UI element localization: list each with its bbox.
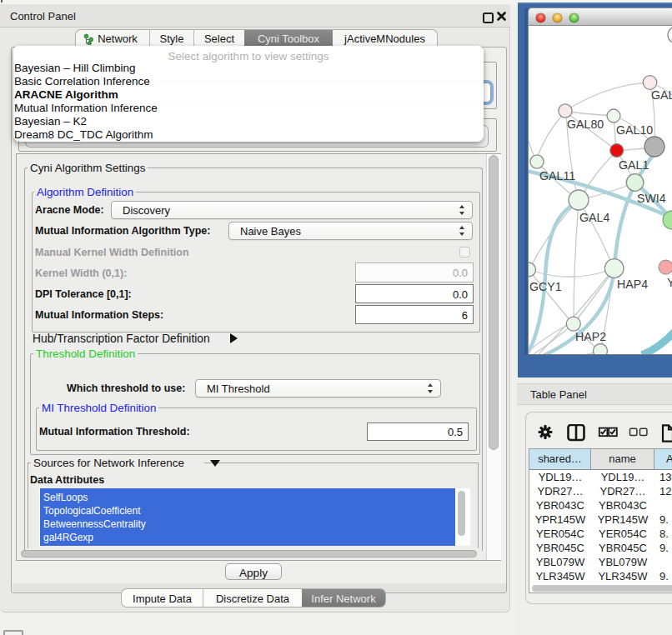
svg-text:GCY1: GCY1: [529, 280, 562, 293]
svg-text:GAL2: GAL2: [651, 88, 672, 102]
svg-text:HAP4: HAP4: [617, 278, 648, 291]
svg-text:GAL11: GAL11: [539, 169, 575, 182]
svg-text:SWI4: SWI4: [637, 192, 666, 205]
svg-text:GAL10: GAL10: [616, 123, 653, 137]
svg-text:GAL1: GAL1: [619, 158, 649, 172]
svg-text:GAL4: GAL4: [579, 211, 609, 224]
svg-text:GAL80: GAL80: [567, 118, 604, 131]
svg-text:YM: YM: [667, 276, 672, 289]
svg-text:HAP2: HAP2: [575, 330, 606, 343]
